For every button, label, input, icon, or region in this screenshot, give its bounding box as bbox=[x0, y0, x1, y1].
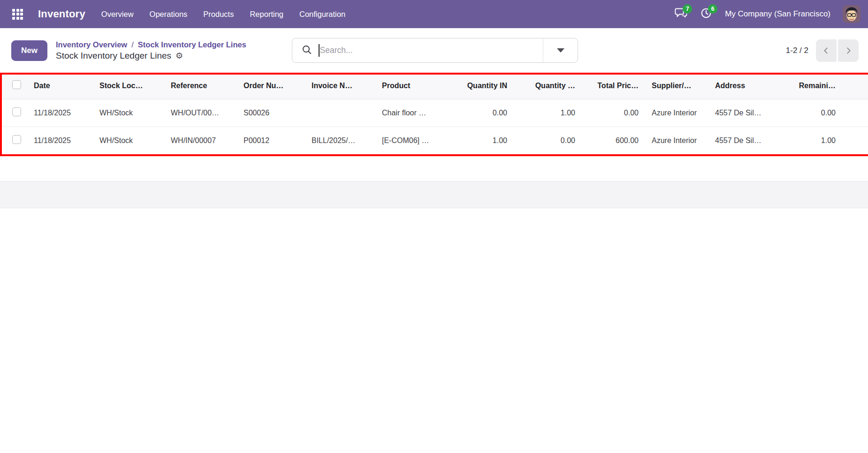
empty-row-stripe-shaded bbox=[0, 181, 868, 208]
chevron-down-icon bbox=[557, 48, 564, 53]
page-title: Stock Inventory Ledger Lines bbox=[56, 51, 171, 61]
cell-invoice-number[interactable] bbox=[305, 99, 375, 127]
top-navbar: Inventory Overview Operations Products R… bbox=[0, 0, 868, 28]
breadcrumb: Inventory Overview / Stock Inventory Led… bbox=[56, 40, 246, 61]
cell-total-price[interactable]: 600.00 bbox=[582, 127, 645, 154]
cell-stock-location[interactable]: WH/Stock bbox=[93, 99, 164, 127]
column-header-remaining[interactable]: Remaini… bbox=[772, 73, 842, 99]
cell-order-number[interactable]: S00026 bbox=[237, 99, 305, 127]
cell-total-price[interactable]: 0.00 bbox=[582, 99, 645, 127]
table-row[interactable]: 11/18/2025 WH/Stock WH/OUT/00… S00026 Ch… bbox=[0, 99, 868, 127]
column-header-quantity-out[interactable]: Quantity … bbox=[514, 73, 582, 99]
cell-product[interactable]: [E-COM06] … bbox=[375, 127, 448, 154]
cell-supplier[interactable]: Azure Interior bbox=[645, 127, 708, 154]
cell-stock-location[interactable]: WH/Stock bbox=[93, 127, 164, 154]
pager-previous-button[interactable] bbox=[816, 39, 837, 62]
column-header-order-number[interactable]: Order Nu… bbox=[237, 73, 305, 99]
column-header-reference[interactable]: Reference bbox=[164, 73, 237, 99]
main-menu: Overview Operations Products Reporting C… bbox=[101, 10, 345, 19]
odoo-inventory-app: { "nav": { "app_name": "Inventory", "men… bbox=[0, 0, 868, 453]
cell-address[interactable]: 4557 De Sil… bbox=[708, 127, 772, 154]
search-input[interactable] bbox=[320, 45, 537, 55]
messages-badge: 7 bbox=[683, 4, 692, 14]
cell-quantity-out[interactable]: 1.00 bbox=[514, 99, 582, 127]
cell-remaining[interactable]: 1.00 bbox=[772, 127, 842, 154]
breadcrumb-current-link[interactable]: Stock Inventory Ledger Lines bbox=[138, 40, 246, 49]
cell-date[interactable]: 11/18/2025 bbox=[27, 99, 93, 127]
column-header-quantity-in[interactable]: Quantity IN bbox=[448, 73, 514, 99]
activities-badge: 6 bbox=[708, 4, 717, 14]
cell-supplier[interactable]: Azure Interior bbox=[645, 99, 708, 127]
cell-remaining[interactable]: 0.00 bbox=[772, 99, 842, 127]
messages-button[interactable]: 7 bbox=[674, 8, 687, 21]
cell-reference[interactable]: WH/OUT/00… bbox=[164, 99, 237, 127]
nav-item-configuration[interactable]: Configuration bbox=[299, 10, 345, 19]
column-header-address[interactable]: Address bbox=[708, 73, 772, 99]
column-header-invoice-number[interactable]: Invoice N… bbox=[305, 73, 375, 99]
control-panel: New Inventory Overview / Stock Inventory… bbox=[0, 28, 868, 73]
column-header-supplier[interactable]: Supplier/… bbox=[645, 73, 708, 99]
user-avatar[interactable] bbox=[843, 5, 860, 23]
column-header-product[interactable]: Product bbox=[375, 73, 448, 99]
cell-quantity-out[interactable]: 0.00 bbox=[514, 127, 582, 154]
gear-icon[interactable]: ⚙ bbox=[175, 52, 183, 60]
nav-item-reporting[interactable]: Reporting bbox=[250, 10, 283, 19]
activities-button[interactable]: 6 bbox=[700, 8, 713, 21]
select-all-checkbox[interactable] bbox=[12, 80, 21, 89]
pager-next-button[interactable] bbox=[838, 39, 859, 62]
list-view: Date Stock Loc… Reference Order Nu… Invo… bbox=[0, 73, 868, 208]
cell-date[interactable]: 11/18/2025 bbox=[27, 127, 93, 154]
nav-item-products[interactable]: Products bbox=[203, 10, 234, 19]
table-header-row: Date Stock Loc… Reference Order Nu… Invo… bbox=[0, 73, 868, 99]
cell-address[interactable]: 4557 De Sil… bbox=[708, 99, 772, 127]
pager-range: 1-2 / 2 bbox=[786, 46, 808, 55]
text-cursor bbox=[319, 44, 320, 57]
cell-quantity-in[interactable]: 1.00 bbox=[448, 127, 514, 154]
app-name[interactable]: Inventory bbox=[38, 8, 85, 20]
table-row[interactable]: 11/18/2025 WH/Stock WH/IN/00007 P00012 B… bbox=[0, 127, 868, 154]
pager bbox=[816, 39, 859, 62]
column-header-total-price[interactable]: Total Pric… bbox=[582, 73, 645, 99]
breadcrumb-parent-link[interactable]: Inventory Overview bbox=[56, 40, 127, 49]
column-header-date[interactable]: Date bbox=[27, 73, 93, 99]
search-icon bbox=[302, 45, 319, 57]
column-header-stock-location[interactable]: Stock Loc… bbox=[93, 73, 164, 99]
search-bar bbox=[292, 38, 578, 63]
cell-quantity-in[interactable]: 0.00 bbox=[448, 99, 514, 127]
cell-order-number[interactable]: P00012 bbox=[237, 127, 305, 154]
nav-item-operations[interactable]: Operations bbox=[150, 10, 188, 19]
search-dropdown-toggle[interactable] bbox=[543, 38, 578, 62]
cell-reference[interactable]: WH/IN/00007 bbox=[164, 127, 237, 154]
new-button[interactable]: New bbox=[11, 40, 47, 61]
nav-item-overview[interactable]: Overview bbox=[101, 10, 134, 19]
row-checkbox[interactable] bbox=[12, 107, 21, 116]
empty-row-stripe bbox=[0, 155, 868, 181]
cell-product[interactable]: Chair floor … bbox=[375, 99, 448, 127]
chevron-right-icon bbox=[844, 46, 853, 55]
breadcrumb-separator: / bbox=[131, 40, 134, 49]
ledger-lines-table: Date Stock Loc… Reference Order Nu… Invo… bbox=[0, 73, 868, 155]
chevron-left-icon bbox=[822, 46, 830, 55]
company-switcher[interactable]: My Company (San Francisco) bbox=[725, 9, 830, 19]
row-checkbox[interactable] bbox=[12, 135, 21, 144]
apps-menu-icon[interactable] bbox=[11, 8, 24, 21]
cell-invoice-number[interactable]: BILL/2025/… bbox=[305, 127, 375, 154]
